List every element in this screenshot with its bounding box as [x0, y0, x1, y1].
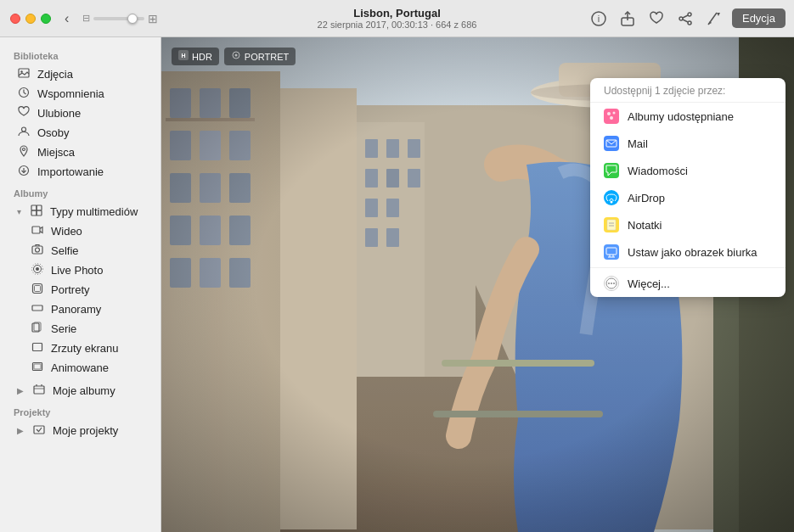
- toolbar-right: i: [588, 8, 786, 28]
- svg-point-5: [688, 21, 691, 25]
- svg-point-85: [613, 112, 616, 115]
- ulubione-label: Ulubione: [37, 107, 81, 120]
- airdrop-icon: [604, 190, 619, 205]
- hdr-tag[interactable]: H HDR: [172, 48, 219, 65]
- zoom-track[interactable]: [93, 17, 144, 20]
- sidebar-item-livephoto[interactable]: Live Photo: [3, 260, 157, 280]
- sidebar-item-moje-albumy[interactable]: ▶ Moje albumy: [3, 381, 157, 400]
- places-icon: [17, 145, 31, 160]
- back-button[interactable]: ‹: [59, 9, 74, 28]
- sidebar-item-zrzuty[interactable]: Zrzuty ekranu: [3, 339, 157, 358]
- livephoto-icon: [31, 263, 44, 277]
- share2-button[interactable]: [674, 9, 696, 28]
- svg-rect-15: [31, 205, 37, 210]
- dropdown-separator: [590, 267, 786, 268]
- maximize-button[interactable]: [41, 14, 51, 24]
- screenshots-icon: [31, 341, 44, 356]
- animowane-label: Animowane: [51, 361, 109, 374]
- zoom-thumb[interactable]: [127, 14, 138, 24]
- airdrop-label: AirDrop: [628, 192, 665, 204]
- zrzuty-label: Zrzuty ekranu: [51, 342, 118, 355]
- sidebar-item-portrety[interactable]: Portrety: [3, 280, 157, 300]
- sidebar: Biblioteka Zdjęcia Wspomnienia Ulubione …: [0, 37, 161, 532]
- sidebar-item-osoby[interactable]: Osoby: [3, 123, 157, 143]
- zoom-out-icon: ⊟: [82, 13, 90, 24]
- sidebar-item-zdjecia[interactable]: Zdjęcia: [3, 64, 157, 84]
- svg-point-21: [36, 248, 40, 252]
- svg-point-12: [23, 148, 25, 151]
- dropdown-item-desktop[interactable]: Ustaw jako obrazek biurka: [590, 238, 786, 266]
- panoramy-label: Panoramy: [51, 303, 101, 316]
- magic-icon: [707, 11, 722, 26]
- zoom-slider-area[interactable]: ⊟ ⊞: [82, 12, 158, 25]
- svg-point-3: [688, 13, 691, 16]
- albums-label: Albumy udostępniane: [628, 110, 734, 123]
- dropdown-header: Udostępnij 1 zdjęcie przez:: [590, 78, 786, 103]
- moje-albumy-label: Moje albumy: [53, 384, 115, 397]
- close-button[interactable]: [10, 14, 20, 24]
- share2-icon: [678, 11, 693, 26]
- svg-point-84: [607, 112, 611, 115]
- share-dropdown: Udostępnij 1 zdjęcie przez: Albumy udost…: [590, 78, 786, 297]
- dropdown-item-albums[interactable]: Albumy udostępniane: [590, 103, 786, 130]
- portret-tag[interactable]: PORTRET: [224, 48, 296, 65]
- favorite-button[interactable]: [645, 9, 667, 28]
- sidebar-item-ulubione[interactable]: Ulubione: [3, 104, 157, 123]
- dropdown-item-more[interactable]: Więcej...: [590, 270, 786, 297]
- svg-point-88: [611, 201, 613, 204]
- serie-label: Serie: [51, 322, 76, 335]
- photo-location: Lisbon, Portugal: [318, 7, 477, 20]
- dropdown-item-messages[interactable]: Wiadomości: [590, 157, 786, 184]
- hdr-icon: H: [178, 50, 189, 63]
- sidebar-item-panoramy[interactable]: Panoramy: [3, 300, 157, 319]
- selfie-label: Selfie: [51, 244, 79, 257]
- svg-point-97: [608, 283, 610, 284]
- notes-icon: [604, 217, 619, 232]
- photo-meta: 22 sierpnia 2017, 00:30:13 · 664 z 686: [318, 20, 477, 30]
- albums-icon: [604, 109, 619, 124]
- svg-point-86: [610, 116, 613, 120]
- more-label: Więcej...: [628, 277, 670, 290]
- livephoto-label: Live Photo: [51, 264, 103, 277]
- svg-text:H: H: [181, 53, 185, 59]
- sidebar-item-moje-projekty[interactable]: ▶ Moje projekty: [3, 421, 157, 440]
- moje-projekty-arrow: ▶: [17, 426, 24, 435]
- share-button[interactable]: [617, 9, 639, 28]
- sidebar-item-serie[interactable]: Serie: [3, 319, 157, 339]
- svg-point-22: [36, 267, 39, 271]
- titlebar: ‹ ⊟ ⊞ Lisbon, Portugal 22 sierpnia 2017,…: [0, 0, 794, 37]
- burst-icon: [31, 322, 44, 336]
- svg-rect-30: [33, 344, 42, 351]
- sidebar-item-wspomnienia[interactable]: Wspomnienia: [3, 84, 157, 104]
- title-center: Lisbon, Portugal 22 sierpnia 2017, 00:30…: [318, 7, 477, 30]
- sidebar-item-animowane[interactable]: Animowane: [3, 358, 157, 378]
- sidebar-item-miejsca[interactable]: Miejsca: [3, 143, 157, 162]
- dropdown-item-airdrop[interactable]: AirDrop: [590, 184, 786, 211]
- more-icon: [604, 276, 619, 291]
- sidebar-item-wideo[interactable]: Wideo: [3, 221, 157, 241]
- svg-rect-89: [607, 220, 616, 230]
- svg-rect-19: [32, 227, 40, 233]
- minimize-button[interactable]: [25, 14, 36, 24]
- portret-label: PORTRET: [245, 52, 289, 62]
- portraits-icon: [31, 283, 44, 297]
- svg-line-6: [683, 15, 688, 18]
- photos-icon: [17, 67, 31, 81]
- svg-rect-26: [35, 286, 41, 292]
- dropdown-item-notes[interactable]: Notatki: [590, 211, 786, 238]
- edit-button[interactable]: Edycja: [732, 8, 786, 28]
- info-button[interactable]: i: [588, 9, 610, 28]
- main-area: Biblioteka Zdjęcia Wspomnienia Ulubione …: [0, 37, 794, 532]
- magic-button[interactable]: [703, 9, 725, 28]
- messages-label: Wiadomości: [628, 165, 688, 177]
- dropdown-item-mail[interactable]: Mail: [590, 130, 786, 157]
- sidebar-item-selfie[interactable]: Selfie: [3, 241, 157, 260]
- people-icon: [17, 126, 31, 140]
- svg-point-83: [234, 54, 237, 57]
- svg-rect-34: [34, 426, 44, 434]
- sidebar-item-importowanie[interactable]: Importowanie: [3, 162, 157, 182]
- sidebar-item-typy[interactable]: ▾ Typy multimediów: [3, 202, 157, 221]
- svg-text:i: i: [598, 14, 600, 24]
- wspomnienia-label: Wspomnienia: [37, 87, 104, 100]
- media-types-icon: [30, 204, 43, 219]
